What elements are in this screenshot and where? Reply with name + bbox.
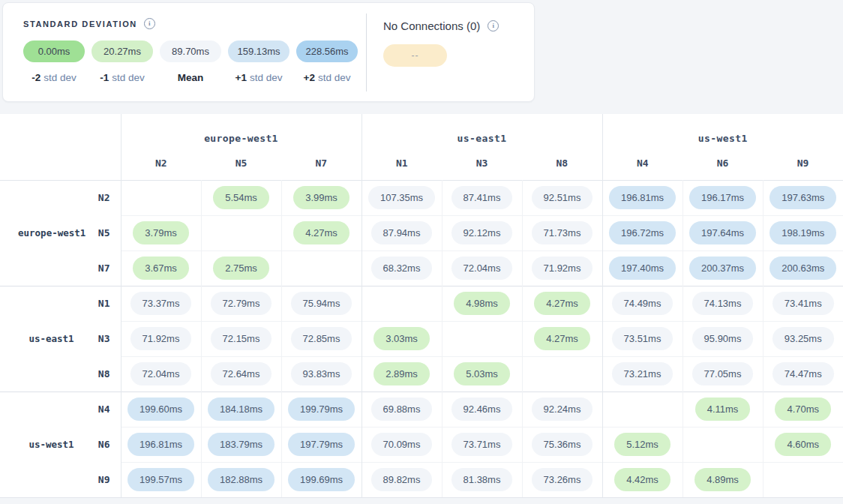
- latency-pill[interactable]: 72.15ms: [211, 327, 272, 350]
- latency-pill[interactable]: 74.49ms: [612, 292, 674, 315]
- latency-pill[interactable]: 73.37ms: [130, 292, 192, 315]
- latency-pill[interactable]: 72.04ms: [130, 362, 192, 386]
- latency-pill[interactable]: 2.89ms: [374, 362, 430, 386]
- latency-pill[interactable]: 4.98ms: [454, 292, 510, 315]
- latency-pill[interactable]: 200.63ms: [770, 256, 836, 280]
- latency-pill[interactable]: 199.60ms: [128, 398, 194, 421]
- latency-pill[interactable]: 3.67ms: [133, 256, 189, 280]
- latency-pill[interactable]: 73.26ms: [532, 468, 593, 491]
- latency-pill[interactable]: 3.03ms: [374, 327, 430, 350]
- latency-cell: [602, 392, 682, 427]
- latency-pill[interactable]: 73.21ms: [612, 362, 674, 386]
- latency-pill[interactable]: 4.42ms: [614, 468, 670, 491]
- matrix-row-N3: N371.92ms72.15ms72.85ms3.03ms4.27ms73.51…: [0, 321, 843, 356]
- latency-pill[interactable]: 93.25ms: [772, 327, 834, 350]
- no-connections-label: No Connections (0): [383, 20, 480, 32]
- latency-pill[interactable]: 92.51ms: [532, 186, 593, 209]
- latency-cell: 197.40ms: [602, 250, 682, 286]
- latency-pill[interactable]: 92.24ms: [532, 398, 593, 421]
- latency-cell: 4.11ms: [682, 392, 763, 427]
- row-header-N7: N7: [85, 250, 121, 286]
- latency-pill[interactable]: 197.40ms: [609, 256, 676, 280]
- latency-cell: 5.12ms: [602, 427, 682, 462]
- latency-cell: 71.73ms: [522, 215, 602, 250]
- latency-pill[interactable]: 5.03ms: [454, 362, 510, 386]
- latency-pill[interactable]: 4.70ms: [775, 398, 831, 421]
- latency-pill[interactable]: 72.64ms: [211, 362, 272, 386]
- latency-pill[interactable]: 199.57ms: [128, 468, 194, 491]
- info-icon[interactable]: [144, 18, 155, 29]
- latency-cell: 200.63ms: [763, 250, 843, 286]
- latency-pill[interactable]: 68.32ms: [371, 256, 433, 280]
- latency-pill[interactable]: 89.82ms: [371, 468, 433, 491]
- latency-pill[interactable]: 197.64ms: [689, 221, 756, 244]
- legend-item: 159.13ms +1std dev: [228, 40, 290, 83]
- latency-pill[interactable]: 107.35ms: [368, 186, 435, 209]
- latency-cell: [442, 321, 522, 356]
- latency-pill[interactable]: 4.89ms: [694, 468, 751, 491]
- latency-cell: 197.63ms: [763, 180, 843, 215]
- latency-pill[interactable]: 70.09ms: [371, 433, 433, 456]
- latency-pill[interactable]: 92.46ms: [452, 398, 513, 421]
- latency-pill[interactable]: 93.83ms: [291, 362, 352, 386]
- latency-cell: 3.67ms: [121, 250, 201, 286]
- latency-pill[interactable]: 71.92ms: [130, 327, 192, 350]
- divider: [366, 14, 367, 92]
- latency-pill[interactable]: 71.73ms: [532, 221, 593, 244]
- latency-pill[interactable]: 184.18ms: [208, 398, 274, 421]
- latency-pill[interactable]: 73.41ms: [772, 292, 834, 315]
- latency-pill[interactable]: 5.54ms: [213, 186, 269, 209]
- latency-pill[interactable]: 74.47ms: [772, 362, 834, 386]
- matrix-row-N5: N53.79ms4.27ms87.94ms92.12ms71.73ms196.7…: [0, 215, 843, 250]
- latency-cell: 73.71ms: [442, 427, 522, 462]
- latency-pill[interactable]: 200.37ms: [689, 256, 756, 280]
- latency-pill[interactable]: 182.88ms: [208, 468, 274, 491]
- latency-pill[interactable]: 197.79ms: [288, 433, 355, 456]
- latency-pill[interactable]: 69.88ms: [371, 398, 433, 421]
- latency-pill[interactable]: 4.27ms: [534, 292, 590, 315]
- latency-pill[interactable]: 73.51ms: [612, 327, 674, 350]
- latency-pill[interactable]: 74.13ms: [692, 292, 754, 315]
- latency-pill[interactable]: 4.60ms: [775, 433, 831, 456]
- latency-pill[interactable]: 73.71ms: [452, 433, 513, 456]
- latency-pill[interactable]: 4.11ms: [695, 398, 751, 421]
- latency-cell: 89.82ms: [362, 462, 442, 497]
- latency-pill[interactable]: 72.04ms: [452, 256, 513, 280]
- latency-pill[interactable]: 183.79ms: [208, 433, 274, 456]
- latency-pill[interactable]: 196.72ms: [609, 221, 676, 244]
- latency-pill[interactable]: 2.75ms: [213, 256, 269, 280]
- latency-pill[interactable]: 197.63ms: [770, 186, 836, 209]
- latency-pill[interactable]: 199.79ms: [288, 398, 355, 421]
- latency-cell: 73.41ms: [763, 286, 843, 321]
- latency-pill[interactable]: 92.12ms: [452, 221, 513, 244]
- latency-pill[interactable]: 5.12ms: [614, 433, 670, 456]
- latency-pill[interactable]: 196.17ms: [689, 186, 756, 209]
- latency-pill[interactable]: 72.85ms: [291, 327, 352, 350]
- latency-pill[interactable]: 95.90ms: [692, 327, 754, 350]
- row-header-N6: N6: [85, 427, 121, 462]
- latency-pill[interactable]: 3.99ms: [293, 186, 350, 209]
- latency-pill[interactable]: 87.41ms: [452, 186, 513, 209]
- latency-pill[interactable]: 72.79ms: [211, 292, 272, 315]
- row-header-N3: N3: [85, 321, 121, 356]
- latency-pill[interactable]: 4.27ms: [534, 327, 590, 350]
- latency-pill[interactable]: 196.81ms: [609, 186, 676, 209]
- latency-cell: 93.25ms: [763, 321, 843, 356]
- latency-pill[interactable]: 3.79ms: [133, 221, 189, 244]
- info-icon[interactable]: [488, 20, 499, 32]
- latency-pill[interactable]: 75.94ms: [291, 292, 352, 315]
- latency-pill[interactable]: 199.69ms: [288, 468, 355, 491]
- latency-cell: 196.81ms: [121, 427, 201, 462]
- latency-pill[interactable]: 87.94ms: [371, 221, 433, 244]
- latency-pill[interactable]: 81.38ms: [452, 468, 513, 491]
- latency-pill[interactable]: 198.19ms: [770, 221, 836, 244]
- latency-cell: 4.27ms: [522, 286, 602, 321]
- latency-cell: 74.13ms: [682, 286, 763, 321]
- latency-pill[interactable]: 71.92ms: [532, 256, 593, 280]
- latency-matrix: europe-west1us-east1us-west1 N2N5N7N1N3N…: [0, 114, 843, 497]
- latency-pill[interactable]: 75.36ms: [532, 433, 593, 456]
- legend-card: STANDARD DEVIATION 0.00ms -2std dev 20.2…: [2, 2, 535, 102]
- latency-pill[interactable]: 196.81ms: [128, 433, 194, 456]
- latency-pill[interactable]: 77.05ms: [692, 362, 754, 386]
- latency-pill[interactable]: 4.27ms: [293, 221, 350, 244]
